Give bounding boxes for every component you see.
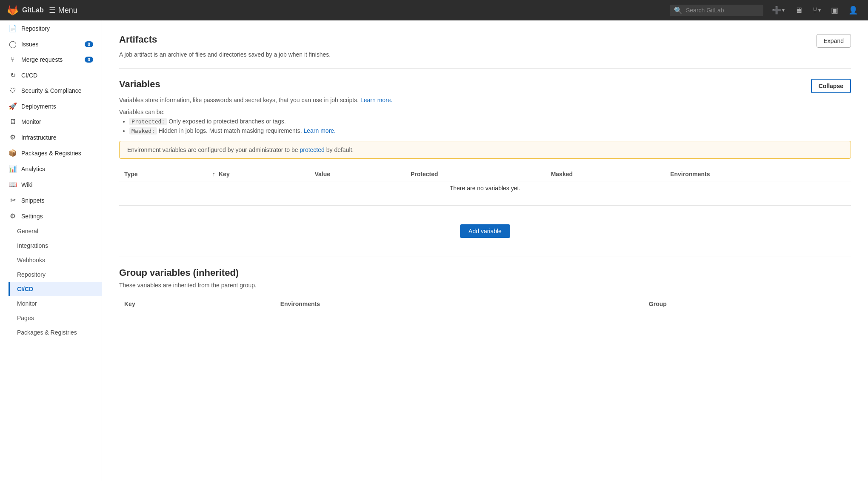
sidebar-sub-pages[interactable]: Pages	[9, 311, 102, 325]
settings-icon: ⚙	[9, 212, 17, 220]
sidebar-item-infrastructure[interactable]: ⚙ Infrastructure	[0, 129, 102, 145]
issues-button[interactable]: ▣	[828, 4, 842, 17]
bullet2-text: Hidden in job logs. Must match masking r…	[159, 127, 302, 134]
sidebar-item-settings[interactable]: ⚙ Settings	[0, 208, 102, 224]
variables-description: Variables store information, like passwo…	[119, 97, 851, 103]
bullet1-text: Only exposed to protected branches or ta…	[168, 118, 286, 125]
sidebar-item-snippets[interactable]: ✂ Snippets	[0, 192, 102, 208]
sidebar-item-merge-requests[interactable]: ⑂ Merge requests 0	[0, 52, 102, 67]
profile-icon: 👤	[848, 6, 858, 15]
sidebar-item-wiki[interactable]: 📖 Wiki	[0, 177, 102, 192]
sidebar: 📄 Repository ◯ Issues 0 ⑂ Merge requests…	[0, 20, 102, 481]
col-value: Value	[309, 167, 405, 181]
variables-list: Variables can be: Protected: Only expose…	[119, 109, 851, 134]
sidebar-sub-repository[interactable]: Repository	[9, 267, 102, 282]
display-icon: 🖥	[795, 6, 802, 15]
sidebar-item-label: Monitor	[21, 118, 41, 125]
sidebar-item-issues[interactable]: ◯ Issues 0	[0, 36, 102, 52]
merge-requests-button[interactable]: ⑂ ▾	[809, 4, 824, 17]
bullet-masked: Masked: Hidden in job logs. Must match m…	[129, 127, 851, 134]
sidebar-sub-label: Repository	[17, 271, 46, 278]
sidebar-item-label: Deployments	[21, 103, 56, 110]
artifacts-header: Artifacts Expand	[119, 34, 851, 48]
protected-code: Protected:	[129, 118, 167, 125]
profile-button[interactable]: 👤	[845, 4, 861, 17]
col-environments: Environments	[665, 167, 851, 181]
gitlab-text: GitLab	[22, 6, 44, 14]
group-variables-section: Group variables (inherited) These variab…	[119, 267, 851, 311]
sidebar-item-deployments[interactable]: 🚀 Deployments	[0, 98, 102, 114]
sidebar-sub-general[interactable]: General	[9, 224, 102, 238]
sidebar-item-packages[interactable]: 📦 Packages & Registries	[0, 145, 102, 161]
sidebar-sub-monitor[interactable]: Monitor	[9, 296, 102, 311]
search-bar[interactable]: 🔍	[670, 5, 763, 16]
variables-table-body: There are no variables yet.	[119, 181, 851, 195]
no-vars-row: There are no variables yet.	[119, 181, 851, 195]
collapse-button[interactable]: Collapse	[811, 79, 851, 93]
bullet-protected: Protected: Only exposed to protected bra…	[129, 118, 851, 125]
sidebar-item-label: Repository	[21, 25, 50, 32]
info-banner: Environment variables are configured by …	[119, 141, 851, 159]
gitlab-logo[interactable]: GitLab	[7, 4, 44, 16]
artifacts-description: A job artifact is an archive of files an…	[119, 51, 851, 58]
banner-link[interactable]: protected	[300, 146, 324, 153]
display-button[interactable]: 🖥	[791, 4, 806, 17]
sidebar-sub-cicd[interactable]: CI/CD	[9, 282, 102, 296]
sidebar-sub-webhooks[interactable]: Webhooks	[9, 253, 102, 267]
variables-table: Type ↑ Key Value Protected Masked Enviro…	[119, 167, 851, 195]
search-input[interactable]	[686, 7, 754, 14]
learn-more-2-link[interactable]: Learn more.	[304, 127, 336, 134]
variables-title: Variables	[119, 79, 160, 90]
add-variable-button[interactable]: Add variable	[460, 224, 510, 238]
sidebar-item-cicd[interactable]: ↻ CI/CD	[0, 67, 102, 83]
group-variables-description: These variables are inherited from the p…	[119, 282, 851, 289]
merge-icon: ⑂	[813, 6, 817, 15]
sidebar-item-monitor[interactable]: 🖥 Monitor	[0, 114, 102, 129]
group-variables-title: Group variables (inherited)	[119, 267, 851, 278]
variables-section: Variables Collapse Variables store infor…	[119, 79, 851, 257]
artifacts-section: Artifacts Expand A job artifact is an ar…	[119, 34, 851, 58]
new-button[interactable]: ➕ ▾	[768, 4, 788, 17]
sidebar-item-label: Security & Compliance	[21, 87, 82, 94]
section-divider-3	[119, 257, 851, 257]
wiki-icon: 📖	[9, 180, 17, 189]
sidebar-sub-label: CI/CD	[17, 286, 33, 292]
section-divider-2	[119, 205, 851, 206]
infrastructure-icon: ⚙	[9, 133, 17, 141]
sidebar-item-label: Snippets	[21, 197, 44, 204]
analytics-icon: 📊	[9, 165, 17, 173]
sidebar-sub-label: Monitor	[17, 300, 37, 307]
topnav: GitLab ☰ Menu 🔍 ➕ ▾ 🖥 ⑂ ▾ ▣ 👤	[0, 0, 868, 20]
issues-icon: ▣	[831, 6, 838, 15]
group-table-header: Key Environments Group	[119, 297, 851, 311]
sidebar-item-label: Infrastructure	[21, 134, 56, 141]
menu-label: Menu	[58, 6, 77, 14]
sidebar-sub-packages[interactable]: Packages & Registries	[9, 325, 102, 340]
learn-more-link[interactable]: Learn more.	[360, 97, 392, 103]
issues-badge: 0	[85, 41, 93, 47]
hamburger-icon: ☰	[49, 6, 56, 14]
layout: 📄 Repository ◯ Issues 0 ⑂ Merge requests…	[0, 20, 868, 481]
sidebar-sub-label: Integrations	[17, 242, 48, 249]
add-variable-row: Add variable	[119, 216, 851, 246]
variables-desc-text: Variables store information, like passwo…	[119, 97, 359, 103]
col-key[interactable]: ↑ Key	[207, 167, 309, 181]
menu-button[interactable]: ☰ Menu	[49, 6, 77, 14]
sidebar-sub-label: General	[17, 228, 38, 235]
expand-button[interactable]: Expand	[817, 34, 851, 48]
repository-icon: 📄	[9, 24, 17, 32]
deployments-icon: 🚀	[9, 102, 17, 110]
sort-arrow-icon: ↑	[212, 171, 215, 178]
shield-icon: 🛡	[9, 87, 17, 94]
sidebar-item-security[interactable]: 🛡 Security & Compliance	[0, 83, 102, 98]
merge-badge: 0	[85, 57, 93, 63]
sidebar-sub-integrations[interactable]: Integrations	[9, 238, 102, 253]
no-vars-text: There are no variables yet.	[119, 181, 851, 195]
sidebar-item-label: Issues	[21, 41, 38, 48]
sidebar-item-repository[interactable]: 📄 Repository	[0, 20, 102, 36]
masked-code: Masked:	[129, 127, 157, 135]
banner-suffix: by default.	[326, 146, 354, 153]
group-variables-table: Key Environments Group	[119, 297, 851, 311]
sidebar-item-analytics[interactable]: 📊 Analytics	[0, 161, 102, 177]
sidebar-sub-menu: General Integrations Webhooks Repository…	[0, 224, 102, 340]
